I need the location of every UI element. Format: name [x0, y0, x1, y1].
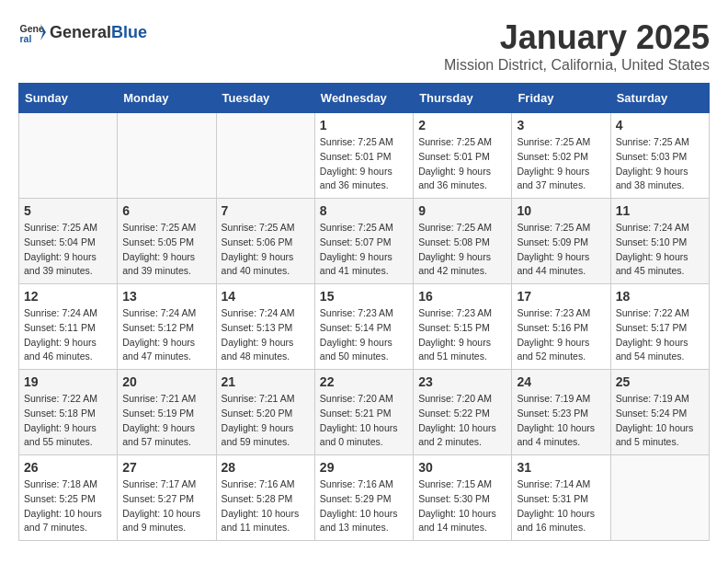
day-cell: 19Sunrise: 7:22 AM Sunset: 5:18 PM Dayli…	[19, 370, 118, 455]
week-row-1: 1Sunrise: 7:25 AM Sunset: 5:01 PM Daylig…	[19, 113, 710, 199]
day-number: 31	[517, 460, 605, 475]
day-info: Sunrise: 7:25 AM Sunset: 5:04 PM Dayligh…	[24, 221, 112, 279]
day-info: Sunrise: 7:20 AM Sunset: 5:22 PM Dayligh…	[418, 392, 506, 450]
weekday-header-wednesday: Wednesday	[314, 84, 413, 113]
day-info: Sunrise: 7:17 AM Sunset: 5:27 PM Dayligh…	[122, 477, 210, 535]
day-number: 22	[320, 374, 408, 389]
day-cell: 17Sunrise: 7:23 AM Sunset: 5:16 PM Dayli…	[512, 284, 610, 370]
day-info: Sunrise: 7:25 AM Sunset: 5:01 PM Dayligh…	[320, 135, 408, 193]
day-number: 28	[222, 460, 310, 475]
day-number: 25	[616, 374, 704, 389]
day-cell: 29Sunrise: 7:16 AM Sunset: 5:29 PM Dayli…	[314, 455, 413, 541]
day-cell: 2Sunrise: 7:25 AM Sunset: 5:01 PM Daylig…	[414, 113, 512, 199]
week-row-5: 26Sunrise: 7:18 AM Sunset: 5:25 PM Dayli…	[19, 455, 710, 541]
day-info: Sunrise: 7:24 AM Sunset: 5:13 PM Dayligh…	[222, 306, 310, 364]
day-info: Sunrise: 7:25 AM Sunset: 5:08 PM Dayligh…	[418, 221, 506, 279]
calendar-subtitle: Mission District, California, United Sta…	[444, 57, 710, 74]
calendar-table: SundayMondayTuesdayWednesdayThursdayFrid…	[18, 83, 710, 541]
header: Gene ral General Blue January 2025 Missi…	[18, 18, 710, 74]
day-info: Sunrise: 7:19 AM Sunset: 5:24 PM Dayligh…	[616, 392, 704, 450]
day-info: Sunrise: 7:16 AM Sunset: 5:29 PM Dayligh…	[320, 477, 408, 535]
day-cell: 15Sunrise: 7:23 AM Sunset: 5:14 PM Dayli…	[314, 284, 413, 370]
weekday-header-saturday: Saturday	[610, 84, 709, 113]
day-number: 19	[24, 374, 112, 389]
day-number: 30	[418, 460, 506, 475]
day-info: Sunrise: 7:22 AM Sunset: 5:18 PM Dayligh…	[24, 392, 112, 450]
day-info: Sunrise: 7:23 AM Sunset: 5:16 PM Dayligh…	[517, 306, 605, 364]
day-info: Sunrise: 7:21 AM Sunset: 5:20 PM Dayligh…	[222, 392, 310, 450]
week-row-4: 19Sunrise: 7:22 AM Sunset: 5:18 PM Dayli…	[19, 370, 710, 455]
day-info: Sunrise: 7:25 AM Sunset: 5:05 PM Dayligh…	[122, 221, 210, 279]
logo: Gene ral General Blue	[18, 18, 147, 46]
day-cell: 5Sunrise: 7:25 AM Sunset: 5:04 PM Daylig…	[19, 199, 118, 284]
day-cell: 22Sunrise: 7:20 AM Sunset: 5:21 PM Dayli…	[314, 370, 413, 455]
day-cell	[118, 113, 216, 199]
day-info: Sunrise: 7:16 AM Sunset: 5:28 PM Dayligh…	[222, 477, 310, 535]
day-number: 10	[517, 203, 605, 218]
day-number: 18	[616, 289, 704, 304]
day-cell: 16Sunrise: 7:23 AM Sunset: 5:15 PM Dayli…	[414, 284, 512, 370]
day-cell: 1Sunrise: 7:25 AM Sunset: 5:01 PM Daylig…	[314, 113, 413, 199]
weekday-header-sunday: Sunday	[19, 84, 118, 113]
day-cell: 6Sunrise: 7:25 AM Sunset: 5:05 PM Daylig…	[118, 199, 216, 284]
day-info: Sunrise: 7:19 AM Sunset: 5:23 PM Dayligh…	[517, 392, 605, 450]
weekday-header-monday: Monday	[118, 84, 216, 113]
day-cell: 26Sunrise: 7:18 AM Sunset: 5:25 PM Dayli…	[19, 455, 118, 541]
day-number: 1	[320, 118, 408, 132]
day-number: 27	[122, 460, 210, 475]
day-cell: 11Sunrise: 7:24 AM Sunset: 5:10 PM Dayli…	[610, 199, 709, 284]
day-number: 26	[24, 460, 112, 475]
day-number: 15	[320, 289, 408, 304]
day-number: 20	[122, 374, 210, 389]
day-cell: 12Sunrise: 7:24 AM Sunset: 5:11 PM Dayli…	[19, 284, 118, 370]
day-cell: 7Sunrise: 7:25 AM Sunset: 5:06 PM Daylig…	[216, 199, 314, 284]
day-cell: 10Sunrise: 7:25 AM Sunset: 5:09 PM Dayli…	[512, 199, 610, 284]
day-cell: 18Sunrise: 7:22 AM Sunset: 5:17 PM Dayli…	[610, 284, 709, 370]
calendar-title: January 2025	[444, 18, 710, 57]
day-info: Sunrise: 7:25 AM Sunset: 5:02 PM Dayligh…	[517, 135, 605, 193]
day-cell	[610, 455, 709, 541]
day-number: 11	[616, 203, 704, 218]
day-info: Sunrise: 7:15 AM Sunset: 5:30 PM Dayligh…	[418, 477, 506, 535]
day-cell: 23Sunrise: 7:20 AM Sunset: 5:22 PM Dayli…	[414, 370, 512, 455]
day-cell: 8Sunrise: 7:25 AM Sunset: 5:07 PM Daylig…	[314, 199, 413, 284]
logo-blue-text: Blue	[111, 23, 147, 42]
day-cell: 4Sunrise: 7:25 AM Sunset: 5:03 PM Daylig…	[610, 113, 709, 199]
day-cell: 30Sunrise: 7:15 AM Sunset: 5:30 PM Dayli…	[414, 455, 512, 541]
title-section: January 2025 Mission District, Californi…	[444, 18, 710, 74]
day-number: 9	[418, 203, 506, 218]
day-info: Sunrise: 7:23 AM Sunset: 5:15 PM Dayligh…	[418, 306, 506, 364]
weekday-header-row: SundayMondayTuesdayWednesdayThursdayFrid…	[19, 84, 710, 113]
day-cell: 27Sunrise: 7:17 AM Sunset: 5:27 PM Dayli…	[118, 455, 216, 541]
day-info: Sunrise: 7:25 AM Sunset: 5:01 PM Dayligh…	[418, 135, 506, 193]
day-number: 2	[418, 118, 506, 132]
day-number: 23	[418, 374, 506, 389]
day-cell	[216, 113, 314, 199]
weekday-header-tuesday: Tuesday	[216, 84, 314, 113]
day-number: 16	[418, 289, 506, 304]
day-cell: 9Sunrise: 7:25 AM Sunset: 5:08 PM Daylig…	[414, 199, 512, 284]
day-info: Sunrise: 7:23 AM Sunset: 5:14 PM Dayligh…	[320, 306, 408, 364]
day-cell: 25Sunrise: 7:19 AM Sunset: 5:24 PM Dayli…	[610, 370, 709, 455]
day-number: 12	[24, 289, 112, 304]
day-info: Sunrise: 7:22 AM Sunset: 5:17 PM Dayligh…	[616, 306, 704, 364]
day-info: Sunrise: 7:25 AM Sunset: 5:09 PM Dayligh…	[517, 221, 605, 279]
day-number: 8	[320, 203, 408, 218]
day-number: 24	[517, 374, 605, 389]
day-cell: 13Sunrise: 7:24 AM Sunset: 5:12 PM Dayli…	[118, 284, 216, 370]
day-number: 17	[517, 289, 605, 304]
day-info: Sunrise: 7:20 AM Sunset: 5:21 PM Dayligh…	[320, 392, 408, 450]
day-number: 6	[122, 203, 210, 218]
day-number: 3	[517, 118, 605, 132]
week-row-3: 12Sunrise: 7:24 AM Sunset: 5:11 PM Dayli…	[19, 284, 710, 370]
day-cell: 28Sunrise: 7:16 AM Sunset: 5:28 PM Dayli…	[216, 455, 314, 541]
day-cell: 14Sunrise: 7:24 AM Sunset: 5:13 PM Dayli…	[216, 284, 314, 370]
day-number: 13	[122, 289, 210, 304]
logo-general-text: General	[50, 23, 111, 42]
day-info: Sunrise: 7:21 AM Sunset: 5:19 PM Dayligh…	[122, 392, 210, 450]
day-number: 7	[222, 203, 310, 218]
day-info: Sunrise: 7:24 AM Sunset: 5:11 PM Dayligh…	[24, 306, 112, 364]
day-info: Sunrise: 7:24 AM Sunset: 5:12 PM Dayligh…	[122, 306, 210, 364]
day-number: 4	[616, 118, 704, 132]
logo-icon: Gene ral	[18, 18, 46, 46]
